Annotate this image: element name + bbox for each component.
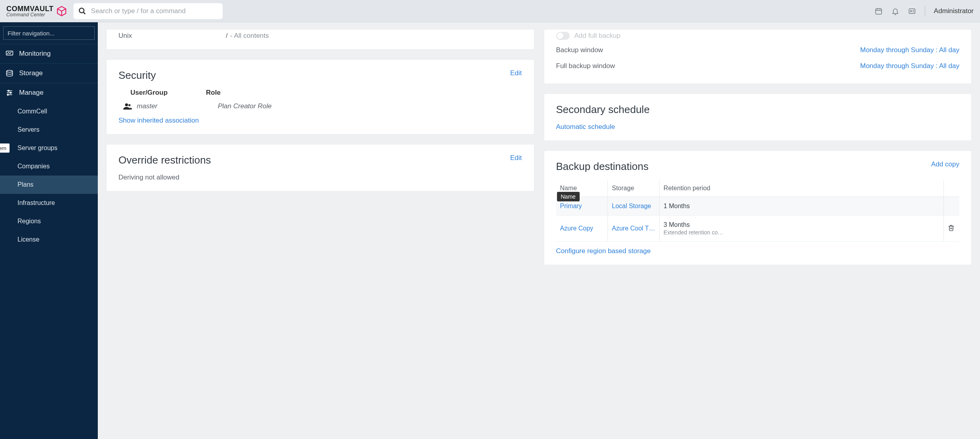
nav-label: Monitoring xyxy=(19,50,50,58)
calendar-icon[interactable] xyxy=(875,7,883,15)
configure-region-link[interactable]: Configure region based storage xyxy=(556,247,651,255)
brand-main: COMMVAULT xyxy=(6,5,54,12)
brand-sub: Command Center xyxy=(6,12,54,17)
svg-point-12 xyxy=(7,70,13,72)
sliders-icon xyxy=(6,89,14,97)
security-user: master xyxy=(137,102,157,110)
destinations-title: Backup destinations xyxy=(556,160,649,173)
sub-regions[interactable]: Regions xyxy=(0,212,98,230)
app-header: COMMVAULT Command Center Administrator xyxy=(0,0,980,22)
override-card: Override restrictions Edit Deriving not … xyxy=(107,144,534,191)
svg-point-1 xyxy=(79,8,84,13)
dest-storage-link[interactable]: Azure Cool T… xyxy=(612,225,655,232)
col-name[interactable]: Name Name xyxy=(556,180,608,197)
add-copy-link[interactable]: Add copy xyxy=(931,160,959,168)
add-full-backup-toggle[interactable] xyxy=(556,32,570,40)
add-full-backup-label: Add full backup xyxy=(574,32,621,40)
sub-companies[interactable]: Companies xyxy=(0,157,98,176)
show-inherited-link[interactable]: Show inherited association xyxy=(118,117,199,124)
nav-label: Storage xyxy=(19,69,43,77)
users-icon xyxy=(123,103,132,110)
table-row[interactable]: Azure Copy Azure Cool T… 3 Months Extend… xyxy=(556,216,960,242)
svg-point-17 xyxy=(10,92,11,93)
secondary-title: Secondary schedule xyxy=(556,103,960,116)
security-card: Security Edit User/Group Role master Pla… xyxy=(107,60,534,134)
nav-filter-input[interactable] xyxy=(3,26,95,40)
svg-rect-3 xyxy=(875,9,881,14)
sub-infrastructure[interactable]: Infrastructure xyxy=(0,194,98,212)
dest-name-link[interactable]: Azure Copy xyxy=(560,225,594,232)
search-input[interactable] xyxy=(74,3,223,19)
dest-retention: 1 Months xyxy=(660,197,943,216)
dest-retention: 3 Months xyxy=(664,221,690,228)
col-retention[interactable]: Retention period xyxy=(660,180,943,197)
override-title: Override restrictions xyxy=(118,154,211,166)
sub-servers[interactable]: Servers xyxy=(0,121,98,139)
backup-content-card: Unix / - All contents xyxy=(107,29,534,49)
svg-point-19 xyxy=(125,103,128,106)
full-backup-window-link[interactable]: Monday through Sunday : All day xyxy=(860,62,960,70)
nav-manage[interactable]: Manage xyxy=(0,83,98,102)
destinations-table: Name Name Storage Retention period Prima… xyxy=(556,180,960,242)
path-slash: / xyxy=(226,32,228,40)
col-actions xyxy=(943,180,959,197)
svg-point-8 xyxy=(910,10,912,12)
sub-server-groups[interactable]: Modern Server groups xyxy=(0,139,98,157)
sub-plans[interactable]: Plans xyxy=(0,176,98,194)
search-icon xyxy=(78,7,86,15)
nav-label: Manage xyxy=(19,89,43,97)
name-tooltip: Name xyxy=(557,192,580,201)
svg-line-2 xyxy=(83,12,85,14)
trash-icon[interactable] xyxy=(948,224,955,231)
backup-destinations-card: Backup destinations Add copy Name Name S… xyxy=(544,151,972,265)
table-row[interactable]: Primary Local Storage 1 Months xyxy=(556,197,960,216)
modern-badge: Modern xyxy=(0,144,10,153)
path-dash: - xyxy=(230,32,233,40)
sub-license[interactable]: License xyxy=(0,230,98,249)
sub-label: Server groups xyxy=(17,144,58,151)
full-backup-window-label: Full backup window xyxy=(556,62,615,70)
unix-content: All contents xyxy=(234,32,269,40)
rpo-card: Add full backup Backup window Monday thr… xyxy=(544,29,972,84)
dest-name-link[interactable]: Primary xyxy=(560,203,582,209)
storage-icon xyxy=(6,69,14,77)
sidebar: Monitoring Storage Manage CommCell Serve… xyxy=(0,22,98,439)
badge-icon[interactable] xyxy=(908,7,916,15)
bell-icon[interactable] xyxy=(891,7,899,15)
security-edit-link[interactable]: Edit xyxy=(510,69,522,77)
backup-window-label: Backup window xyxy=(556,46,603,54)
override-text: Deriving not allowed xyxy=(118,174,522,181)
user-menu[interactable]: Administrator xyxy=(934,7,974,15)
security-title: Security xyxy=(118,69,156,82)
header-separator xyxy=(925,6,925,16)
sub-commcell[interactable]: CommCell xyxy=(0,102,98,121)
main-content: Unix / - All contents Security Edit User… xyxy=(98,22,980,439)
col-storage[interactable]: Storage xyxy=(608,180,660,197)
unix-label: Unix xyxy=(118,32,226,40)
secondary-schedule-card: Secondary schedule Automatic schedule xyxy=(544,94,972,140)
backup-window-link[interactable]: Monday through Sunday : All day xyxy=(860,46,960,54)
svg-point-20 xyxy=(128,104,131,107)
nav-monitoring[interactable]: Monitoring xyxy=(0,44,98,63)
monitor-icon xyxy=(6,50,14,58)
search-wrap xyxy=(74,3,223,19)
dest-retention-sub: Extended retention co… xyxy=(664,229,939,236)
nav-storage[interactable]: Storage xyxy=(0,64,98,83)
dest-storage-link[interactable]: Local Storage xyxy=(612,203,651,210)
col-role: Role xyxy=(206,89,221,97)
brand-logo: COMMVAULT Command Center xyxy=(6,5,67,17)
svg-point-16 xyxy=(8,90,9,91)
svg-rect-7 xyxy=(909,9,915,14)
col-user-group: User/Group xyxy=(118,89,206,97)
svg-point-18 xyxy=(7,94,8,95)
security-role: Plan Creator Role xyxy=(206,102,272,110)
hex-cube-icon xyxy=(56,6,67,17)
automatic-schedule-link[interactable]: Automatic schedule xyxy=(556,123,615,131)
override-edit-link[interactable]: Edit xyxy=(510,154,522,162)
